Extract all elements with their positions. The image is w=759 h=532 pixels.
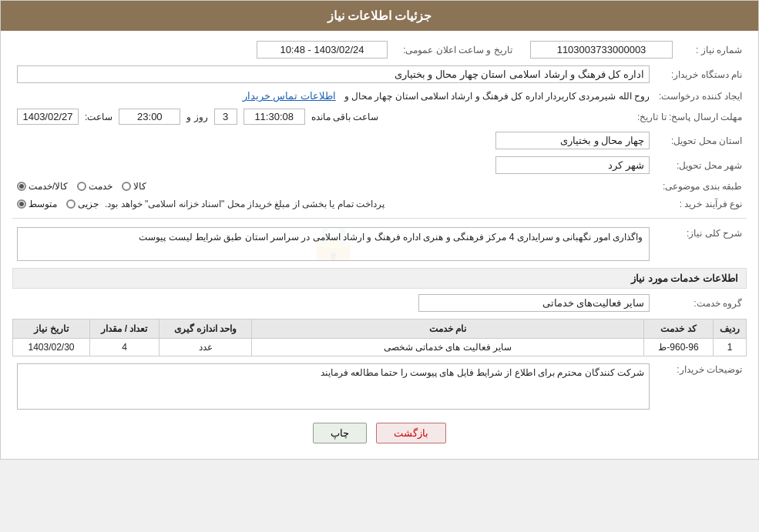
creator-label: ایجاد کننده درخواست: bbox=[654, 88, 747, 104]
deadline-time: 23:00 bbox=[119, 109, 180, 125]
process-note: پرداخت تمام یا بخشی از مبلغ خریداز محل "… bbox=[105, 199, 385, 209]
category-radio-1 bbox=[122, 182, 131, 191]
col-header-2: نام خدمت bbox=[252, 320, 644, 339]
process-radio-2 bbox=[17, 199, 26, 209]
table-cell: 960-96-ط bbox=[644, 339, 714, 356]
city-value: شهر کرد bbox=[495, 156, 650, 174]
category-label-1: کالا bbox=[133, 181, 146, 192]
category-radio-group: کالا/خدمت خدمت کالا bbox=[17, 181, 650, 192]
description-label: شرح کلی نیاز: bbox=[654, 225, 747, 263]
page-title: جزئیات اطلاعات نیاز bbox=[327, 9, 432, 22]
col-header-3: واحد اندازه گیری bbox=[160, 320, 252, 339]
process-label: نوع فرآیند خرید : bbox=[654, 196, 747, 212]
category-radio-3 bbox=[17, 182, 26, 191]
category-label-2: خدمت bbox=[89, 181, 113, 192]
col-header-1: کد خدمت bbox=[644, 320, 714, 339]
process-label-1: جزیی bbox=[78, 199, 99, 209]
services-section-title: اطلاعات خدمات مورد نیاز bbox=[12, 268, 747, 289]
back-button[interactable]: بازگشت bbox=[376, 423, 446, 443]
need-number-label: شماره نیاز : bbox=[677, 38, 747, 61]
need-number-value: 1103003733000003 bbox=[530, 41, 673, 59]
page-header: جزئیات اطلاعات نیاز bbox=[1, 1, 758, 31]
process-label-2: متوسط bbox=[29, 199, 57, 209]
description-value: واگذاری امور نگهبانی و سرایداری 4 مرکز ف… bbox=[139, 232, 643, 243]
print-button[interactable]: چاپ bbox=[313, 423, 367, 443]
col-header-4: تعداد / مقدار bbox=[90, 320, 160, 339]
deadline-label: مهلت ارسال پاسخ: تا تاریخ: bbox=[633, 106, 747, 127]
process-option-2[interactable]: متوسط bbox=[17, 199, 57, 209]
table-row: 1960-96-طسایر فعالیت های خدماتی شخصیعدد4… bbox=[13, 339, 747, 356]
province-value: چهار محال و بختیاری bbox=[495, 132, 650, 149]
creator-value: روح الله شیرمردی کاربردار اداره کل فرهنگ… bbox=[344, 91, 650, 102]
org-value: اداره کل فرهنگ و ارشاد اسلامی استان چهار… bbox=[17, 65, 650, 83]
deadline-time-label: ساعت: bbox=[85, 112, 113, 122]
table-cell: عدد bbox=[160, 339, 252, 356]
col-header-5: تاریخ نیاز bbox=[13, 320, 90, 339]
deadline-days: 3 bbox=[214, 109, 237, 125]
category-option-2[interactable]: خدمت bbox=[77, 181, 113, 192]
province-label: استان محل تحویل: bbox=[654, 129, 747, 152]
col-header-0: ردیف bbox=[714, 320, 747, 339]
service-group-value: سایر فعالیت‌های خدماتی bbox=[418, 294, 650, 312]
category-option-1[interactable]: کالا bbox=[122, 181, 146, 192]
services-table: ردیف کد خدمت نام خدمت واحد اندازه گیری ت… bbox=[12, 319, 747, 356]
process-radio-group: متوسط جزیی bbox=[17, 199, 99, 209]
deadline-date: 1403/02/27 bbox=[17, 109, 79, 125]
table-cell: 4 bbox=[90, 339, 160, 356]
category-label-3: کالا/خدمت bbox=[29, 181, 68, 192]
deadline-remaining: 11:30:08 bbox=[243, 109, 305, 125]
table-cell: سایر فعالیت های خدماتی شخصی bbox=[252, 339, 644, 356]
table-cell: 1403/02/30 bbox=[13, 339, 90, 356]
category-option-3[interactable]: کالا/خدمت bbox=[17, 181, 68, 192]
org-label: نام دستگاه خریدار: bbox=[654, 63, 747, 85]
city-label: شهر محل تحویل: bbox=[654, 154, 747, 176]
creator-link[interactable]: اطلاعات تماس خریدار bbox=[243, 90, 336, 102]
buyer-notes-value: شرکت کنندگان محترم برای اطلاع از شرایط ف… bbox=[17, 363, 650, 410]
date-value: 1403/02/24 - 10:48 bbox=[257, 41, 388, 59]
process-radio-1 bbox=[66, 199, 76, 209]
category-radio-2 bbox=[77, 182, 86, 191]
date-label: تاریخ و ساعت اعلان عمومی: bbox=[392, 38, 523, 61]
process-option-1[interactable]: جزیی bbox=[66, 199, 99, 209]
buyer-notes-label: توضیحات خریدار: bbox=[654, 361, 747, 412]
deadline-remaining-label: ساعت باقی مانده bbox=[311, 112, 379, 122]
category-label: طبقه بندی موضوعی: bbox=[654, 179, 747, 194]
table-cell: 1 bbox=[714, 339, 747, 356]
button-row: بازگشت چاپ bbox=[12, 423, 747, 443]
deadline-day-label: روز و bbox=[186, 112, 207, 122]
service-group-label: گروه خدمت: bbox=[654, 292, 747, 314]
